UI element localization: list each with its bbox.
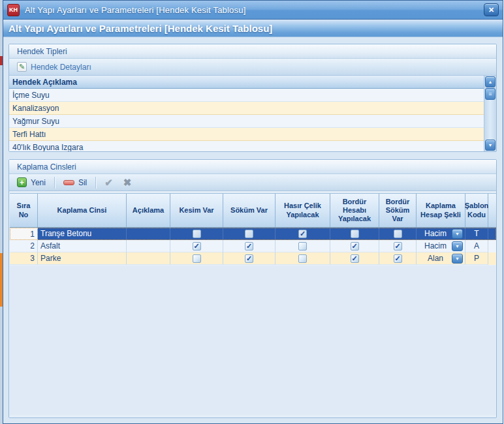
grid-cell-sokum[interactable]: [223, 228, 276, 240]
grid-cell-cinsi[interactable]: Parke: [38, 252, 127, 265]
grid-cell-kesim[interactable]: ✓: [170, 240, 223, 252]
column-header-bordur_sokum[interactable]: Bordür Söküm Var: [379, 194, 417, 227]
close-button[interactable]: ✕: [484, 3, 499, 16]
cancel-button-disabled[interactable]: ✖: [118, 175, 137, 190]
grid-cell-no[interactable]: 2: [10, 240, 38, 252]
hendek-toolbar: ✎ Hendek Detayları: [9, 59, 496, 76]
list-item[interactable]: 40'lık Boyuna Izgara: [9, 141, 484, 151]
group-header-kaplama: Kaplama Cinsleri: [9, 160, 496, 174]
list-item[interactable]: Yağmur Suyu: [9, 115, 484, 128]
grid-cell-hesap_sekli[interactable]: Hacim▼: [417, 240, 465, 252]
column-header-sokum[interactable]: Söküm Var: [223, 194, 276, 227]
grid-cell-kesim[interactable]: [170, 228, 223, 240]
checkbox-hasir[interactable]: ✓: [298, 230, 307, 238]
check-icon: ✔: [104, 177, 113, 189]
hesap-sekli-value: Hacim: [419, 241, 452, 250]
hendek-list-main: Hendek Açıklama İçme SuyuKanalizasyonYağ…: [9, 76, 484, 151]
apply-button-disabled[interactable]: ✔: [99, 175, 118, 190]
list-item[interactable]: Kanalizasyon: [9, 102, 484, 115]
grid-cell-sokum[interactable]: ✓: [223, 240, 276, 252]
grid-cell-hasir[interactable]: [276, 252, 330, 265]
checkbox-bordur_hesabi[interactable]: ✓: [351, 254, 359, 263]
hendek-scrollbar[interactable]: ▲ ≡ ▼: [484, 76, 496, 151]
grid-cell-sablon[interactable]: T: [465, 228, 488, 240]
table-row[interactable]: 2Asfalt✓✓✓✓Hacim▼A: [10, 240, 496, 252]
group-kaplama-cinsleri: Kaplama Cinsleri + Yeni Sil: [8, 159, 497, 418]
checkbox-bordur_hesabi[interactable]: [351, 230, 359, 238]
checkbox-bordur_sokum[interactable]: [394, 230, 402, 238]
sil-button[interactable]: Sil: [58, 175, 92, 190]
yeni-button[interactable]: + Yeni: [12, 175, 51, 190]
column-header-kesim[interactable]: Kesim Var: [170, 194, 223, 227]
grid-cell-bordur_hesabi[interactable]: ✓: [330, 240, 379, 252]
chevron-down-icon[interactable]: ▼: [452, 229, 463, 239]
grid-cell-bordur_sokum[interactable]: [379, 228, 417, 240]
grid-cell-bordur_sokum[interactable]: ✓: [379, 240, 417, 252]
grid-cell-bordur_sokum[interactable]: ✓: [379, 252, 417, 265]
toolbar-separator: [95, 177, 96, 189]
column-header-hesap_sekli[interactable]: Kaplama Hesap Şekli: [417, 194, 465, 227]
scrollbar-track[interactable]: [484, 100, 496, 139]
table-row[interactable]: 3Parke✓✓✓Alan▼P: [10, 252, 496, 265]
list-item[interactable]: İçme Suyu: [9, 89, 484, 102]
grid-cell-aciklama[interactable]: [127, 228, 170, 240]
group-body-kaplama: + Yeni Sil ✔ ✖: [9, 174, 496, 417]
grid-cell-no[interactable]: 3: [10, 252, 38, 265]
hendek-detaylari-label: Hendek Detayları: [31, 63, 91, 72]
checkbox-bordur_sokum[interactable]: ✓: [394, 242, 402, 250]
grid-cell-bordur_hesabi[interactable]: [330, 228, 379, 240]
column-header-hasir[interactable]: Hasır Çelik Yapılacak: [276, 194, 330, 227]
grid-cell-hesap_sekli[interactable]: Alan▼: [417, 252, 465, 265]
hendek-list: İçme SuyuKanalizasyonYağmur SuyuTerfi Ha…: [9, 89, 484, 151]
checkbox-sokum[interactable]: [245, 230, 253, 238]
hesap-sekli-value: Hacim: [419, 229, 452, 238]
edit-pencil-icon: ✎: [17, 62, 27, 72]
checkbox-kesim[interactable]: [193, 230, 201, 238]
grid-cell-cinsi[interactable]: Asfalt: [38, 240, 127, 252]
grid-cell-aciklama[interactable]: [127, 240, 170, 252]
kaplama-grid: Sıra NoKaplama CinsiAçıklamaKesim VarSök…: [10, 193, 496, 265]
column-header-no[interactable]: Sıra No: [10, 194, 38, 227]
column-header-cinsi[interactable]: Kaplama Cinsi: [38, 194, 127, 227]
group-title-hendek: Hendek Tipleri: [17, 47, 67, 56]
grid-cell-kesim[interactable]: [170, 252, 223, 265]
yeni-label: Yeni: [31, 178, 46, 187]
grid-cell-hesap_sekli[interactable]: Hacim▼: [417, 228, 465, 240]
chevron-down-icon[interactable]: ▼: [452, 241, 463, 251]
column-header-hendek-aciklama[interactable]: Hendek Açıklama: [9, 76, 484, 89]
scroll-down-icon[interactable]: ▼: [485, 140, 496, 151]
checkbox-bordur_hesabi[interactable]: ✓: [351, 242, 359, 250]
column-header-bordur_hesabi[interactable]: Bordür Hesabı Yapılacak: [330, 194, 379, 227]
scroll-up-icon[interactable]: ▲: [485, 76, 496, 87]
checkbox-bordur_sokum[interactable]: ✓: [394, 254, 402, 263]
grid-cell-hasir[interactable]: [276, 240, 330, 252]
grid-cell-aciklama[interactable]: [127, 252, 170, 265]
scrollbar-thumb[interactable]: ≡: [485, 88, 496, 100]
grid-cell-sablon[interactable]: A: [465, 240, 488, 252]
grid-cell-sablon[interactable]: P: [465, 252, 488, 265]
chevron-down-icon[interactable]: ▼: [452, 254, 463, 264]
app-icon: KH: [7, 4, 20, 16]
checkbox-hasir[interactable]: [298, 242, 307, 250]
checkbox-hasir[interactable]: [298, 254, 307, 263]
grid-cell-no[interactable]: 1: [10, 228, 38, 240]
table-row[interactable]: 1Tranşe Betonu✓Hacim▼T: [10, 228, 496, 240]
column-header-sablon[interactable]: Şablon Kodu: [465, 194, 488, 227]
grid-cell-sokum[interactable]: ✓: [223, 252, 276, 265]
list-item[interactable]: Terfi Hattı: [9, 128, 484, 141]
grid-cell-cinsi[interactable]: Tranşe Betonu: [38, 228, 127, 240]
hendek-list-area: Hendek Açıklama İçme SuyuKanalizasyonYağ…: [9, 76, 496, 151]
title-bar: KH Alt Yapı Ayarları ve Parametreleri [H…: [3, 1, 503, 20]
grid-cell-hasir[interactable]: ✓: [276, 228, 330, 240]
column-header-aciklama[interactable]: Açıklama: [127, 194, 170, 227]
grid-cell-bordur_hesabi[interactable]: ✓: [330, 252, 379, 265]
hesap-sekli-value: Alan: [419, 254, 452, 263]
checkbox-kesim[interactable]: [193, 254, 201, 263]
checkbox-kesim[interactable]: ✓: [193, 242, 201, 250]
form-header-band: Alt Yapı Ayarları ve Parametreleri [Hend…: [3, 20, 503, 37]
hendek-detaylari-button[interactable]: ✎ Hendek Detayları: [12, 60, 97, 74]
window-title: Alt Yapı Ayarları ve Parametreleri [Hend…: [25, 5, 484, 15]
checkbox-sokum[interactable]: ✓: [245, 242, 253, 250]
screen: KH Alt Yapı Ayarları ve Parametreleri [H…: [0, 0, 504, 424]
checkbox-sokum[interactable]: ✓: [245, 254, 253, 263]
